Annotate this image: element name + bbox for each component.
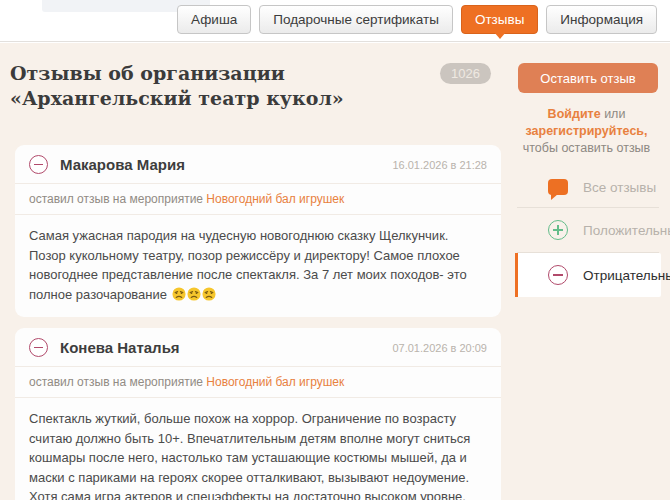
review-text-content: Спектакль жуткий, больше похож на хоррор… xyxy=(29,411,471,500)
tab-information[interactable]: Информация xyxy=(546,5,657,34)
login-prompt-conjunction: или xyxy=(601,107,626,121)
event-link[interactable]: Новогодний бал игрушек xyxy=(206,375,344,389)
negative-review-icon xyxy=(29,155,48,174)
review-text: Спектакль жуткий, больше похож на хоррор… xyxy=(15,398,501,500)
review-header: Конева Наталья 07.01.2026 в 20:09 xyxy=(15,328,501,367)
review-meta-prefix: оставил отзыв на мероприятие xyxy=(29,192,206,206)
tab-reviews[interactable]: Отзывы xyxy=(461,5,538,34)
plus-circle-icon xyxy=(548,220,568,240)
sad-emoji-icon xyxy=(187,287,201,301)
filter-all-reviews[interactable]: Все отзывы xyxy=(515,168,661,207)
filter-label: Отрицательные xyxy=(583,268,670,283)
register-link[interactable]: зарегистрируйтесь, xyxy=(526,124,648,138)
review-meta: оставил отзыв на мероприятие Новогодний … xyxy=(15,184,501,215)
sad-emoji-icon xyxy=(202,287,216,301)
event-link[interactable]: Новогодний бал игрушек xyxy=(206,192,344,206)
tab-afisha[interactable]: Афиша xyxy=(177,5,251,34)
filter-label: Все отзывы xyxy=(583,180,656,195)
login-prompt-suffix: чтобы оставить отзыв xyxy=(523,141,651,155)
sad-emoji-group xyxy=(171,287,216,302)
login-prompt: Войдите или зарегистрируйтесь,чтобы оста… xyxy=(515,106,658,157)
review-card: Конева Наталья 07.01.2026 в 20:09 остави… xyxy=(15,328,501,500)
filter-label: Положительные xyxy=(583,223,670,238)
review-meta: оставил отзыв на мероприятие Новогодний … xyxy=(15,367,501,398)
review-header: Макарова Мария 16.01.2026 в 21:28 xyxy=(15,145,501,184)
tab-gift-certificates[interactable]: Подарочные сертификаты xyxy=(259,5,453,34)
filter-negative[interactable]: Отрицательные xyxy=(515,253,661,297)
filter-positive[interactable]: Положительные xyxy=(515,208,661,252)
chat-bubble-icon xyxy=(548,179,568,195)
login-link[interactable]: Войдите xyxy=(548,107,601,121)
review-text: Самая ужасная пародия на чудесную нового… xyxy=(15,215,501,317)
review-text-content: Самая ужасная пародия на чудесную нового… xyxy=(29,228,467,302)
review-date: 16.01.2026 в 21:28 xyxy=(392,159,487,171)
review-date: 07.01.2026 в 20:09 xyxy=(392,342,487,354)
review-author: Макарова Мария xyxy=(60,156,392,173)
leave-review-button[interactable]: Оставить отзыв xyxy=(518,63,658,93)
review-count-badge: 1026 xyxy=(440,63,491,84)
negative-review-icon xyxy=(29,338,48,357)
sad-emoji-icon xyxy=(172,287,186,301)
nav-tabs: Афиша Подарочные сертификаты Отзывы Инфо… xyxy=(177,5,657,34)
reviews-list: Макарова Мария 16.01.2026 в 21:28 остави… xyxy=(15,145,501,500)
minus-circle-icon xyxy=(548,265,568,285)
review-card: Макарова Мария 16.01.2026 в 21:28 остави… xyxy=(15,145,501,317)
top-navigation-bar: Афиша Подарочные сертификаты Отзывы Инфо… xyxy=(0,0,670,42)
review-meta-prefix: оставил отзыв на мероприятие xyxy=(29,375,206,389)
review-filter-list: Все отзывы Положительные Отрицательные xyxy=(515,168,661,297)
page-title: Отзывы об организации «Архангельский теа… xyxy=(10,61,430,111)
review-author: Конева Наталья xyxy=(60,339,392,356)
